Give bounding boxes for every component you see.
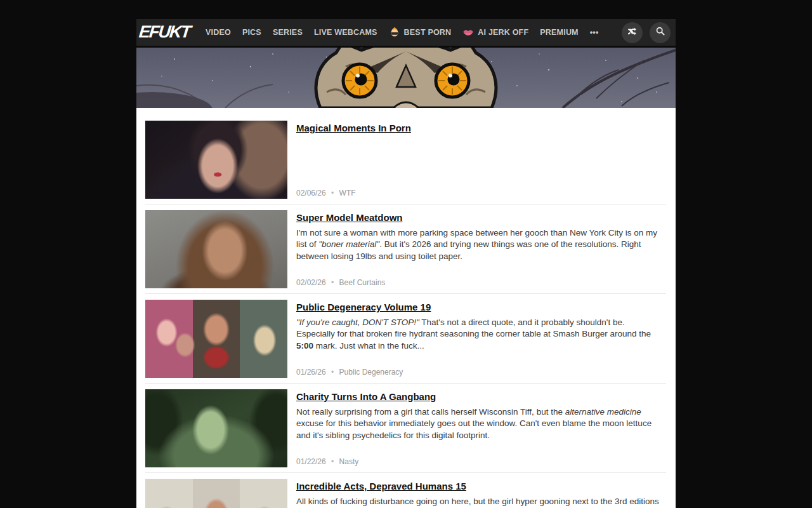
nav-item-label: AI JERK OFF [478, 28, 528, 37]
video-thumbnail[interactable] [145, 479, 287, 508]
site-logo[interactable]: EFUKT [135, 22, 200, 43]
shuffle-icon [627, 26, 638, 39]
nav-item-best-porn[interactable]: BEST PORN [389, 27, 452, 38]
nav-item-label: BEST PORN [404, 28, 452, 37]
video-title-link[interactable]: Super Model Meatdown [296, 212, 403, 223]
navbar: EFUKT VIDEO PICS SERIES LIVE WEBCAMS BES… [136, 19, 676, 46]
video-list: Magical Moments In Porn 02/06/26 • WTF S… [136, 108, 676, 508]
video-description: All kinds of fucking disturbance going o… [296, 496, 663, 508]
video-thumbnail[interactable] [145, 300, 287, 378]
video-category-link[interactable]: Nasty [339, 457, 359, 466]
video-thumbnail[interactable] [145, 210, 287, 288]
banner-image[interactable] [136, 48, 676, 108]
nav-item-label: LIVE WEBCAMS [314, 28, 377, 37]
nav-item-label: SERIES [273, 28, 303, 37]
video-info: Public Degeneracy Volume 19 "If you're c… [287, 300, 666, 378]
meta-separator: • [331, 457, 334, 466]
video-list-item: Magical Moments In Porn 02/06/26 • WTF [145, 121, 666, 204]
page: EFUKT VIDEO PICS SERIES LIVE WEBCAMS BES… [0, 0, 812, 508]
meta-separator: • [331, 368, 334, 377]
video-title-link[interactable]: Public Degeneracy Volume 19 [296, 302, 431, 312]
video-date: 01/22/26 [296, 457, 326, 466]
video-meta: 02/06/26 • WTF [296, 189, 666, 199]
video-title-link[interactable]: Incredible Acts, Depraved Humans 15 [296, 481, 466, 491]
video-description: I'm not sure a woman with more parking s… [296, 227, 663, 262]
nav-item-more[interactable]: ••• [590, 28, 599, 37]
video-list-item: Super Model Meatdown I'm not sure a woma… [145, 210, 666, 294]
video-meta: 02/02/26 • Beef Curtains [296, 278, 666, 288]
nav-menu: VIDEO PICS SERIES LIVE WEBCAMS BEST PORN… [200, 27, 604, 38]
video-info: Charity Turns Into A Gangbang Not really… [287, 389, 666, 467]
video-thumbnail[interactable] [145, 121, 287, 199]
nav-item-label: VIDEO [206, 28, 231, 37]
video-list-item: Public Degeneracy Volume 19 "If you're c… [145, 300, 666, 384]
video-category-link[interactable]: WTF [339, 189, 356, 197]
nav-actions [622, 22, 671, 43]
video-thumbnail[interactable] [145, 389, 287, 467]
nav-item-ai-jerk-off[interactable]: AI JERK OFF [462, 27, 528, 38]
video-meta: 01/22/26 • Nasty [296, 457, 666, 467]
video-description: "If you're caught, DON'T STOP!" That's n… [296, 317, 663, 352]
owl-illustration [136, 48, 676, 108]
video-date: 01/26/26 [296, 368, 326, 377]
random-video-button[interactable] [622, 22, 643, 43]
nav-item-label: PREMIUM [540, 28, 578, 37]
video-info: Magical Moments In Porn 02/06/26 • WTF [287, 121, 666, 199]
video-title-link[interactable]: Charity Turns Into A Gangbang [296, 391, 436, 402]
video-list-item: Charity Turns Into A Gangbang Not really… [145, 389, 666, 473]
lips-icon [462, 27, 474, 38]
nav-item-label: ••• [590, 28, 599, 37]
video-description: Not really surprising from a girl that c… [296, 406, 663, 441]
nav-item-video[interactable]: VIDEO [206, 28, 231, 37]
flame-face-icon [389, 27, 400, 38]
meta-separator: • [331, 189, 334, 197]
nav-item-label: PICS [242, 28, 261, 37]
video-meta: 01/26/26 • Public Degeneracy [296, 368, 666, 378]
video-list-item: Incredible Acts, Depraved Humans 15 All … [145, 479, 666, 508]
video-category-link[interactable]: Public Degeneracy [339, 368, 403, 377]
video-category-link[interactable]: Beef Curtains [339, 278, 386, 287]
video-info: Super Model Meatdown I'm not sure a woma… [287, 210, 666, 288]
video-title-link[interactable]: Magical Moments In Porn [296, 123, 411, 133]
search-icon [655, 26, 665, 39]
nav-item-series[interactable]: SERIES [273, 28, 303, 37]
video-info: Incredible Acts, Depraved Humans 15 All … [287, 479, 666, 508]
nav-item-pics[interactable]: PICS [242, 28, 261, 37]
nav-item-live-webcams[interactable]: LIVE WEBCAMS [314, 28, 377, 37]
video-date: 02/06/26 [296, 189, 326, 197]
search-button[interactable] [650, 22, 671, 43]
content-shell: EFUKT VIDEO PICS SERIES LIVE WEBCAMS BES… [136, 19, 676, 508]
nav-item-premium[interactable]: PREMIUM [540, 28, 578, 37]
meta-separator: • [331, 278, 334, 287]
video-date: 02/02/26 [296, 278, 326, 287]
